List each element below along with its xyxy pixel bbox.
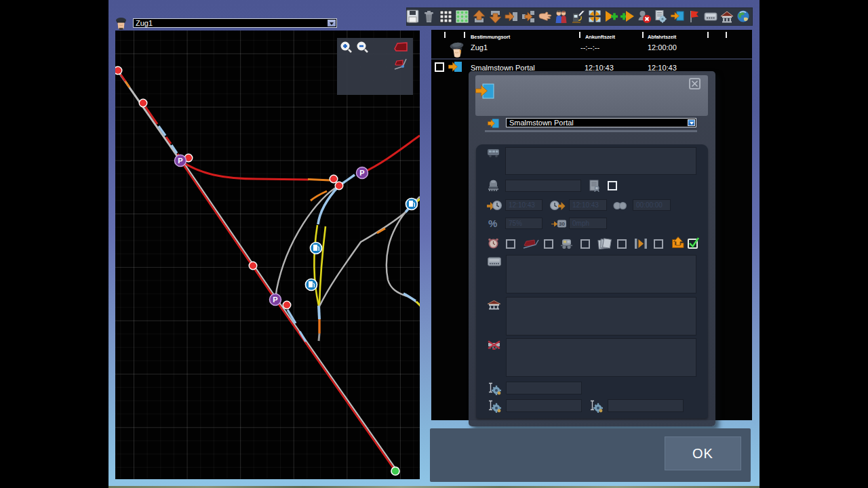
- svg-text:30: 30: [559, 221, 565, 227]
- svg-text:P: P: [178, 157, 182, 165]
- svg-text:P: P: [359, 169, 364, 177]
- svg-text:P: P: [273, 296, 277, 304]
